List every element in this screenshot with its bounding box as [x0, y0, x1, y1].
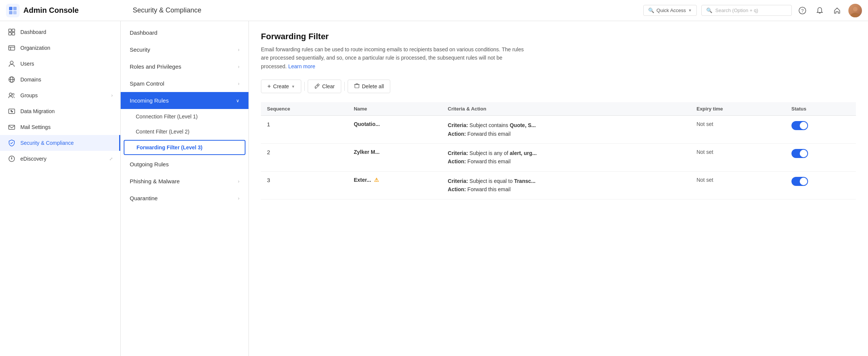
table-row: 3 Exter... ⚠ Criteria: Subject is equal …: [261, 171, 856, 199]
cell-criteria-2: Criteria: Subject is equal to Transc... …: [442, 171, 691, 199]
cell-criteria-0: Criteria: Subject contains Quote, S... A…: [442, 116, 691, 144]
search-box[interactable]: 🔍 Search (Option + q): [701, 5, 792, 16]
table-row: 1 Quotatio... Criteria: Subject contains…: [261, 116, 856, 144]
svg-text:?: ?: [801, 8, 804, 14]
menu-item-security[interactable]: Security ›: [121, 41, 248, 58]
header-icons: ?: [796, 4, 862, 17]
col-status: Status: [785, 102, 856, 116]
menu-item-spam-control[interactable]: Spam Control ›: [121, 75, 248, 92]
sidebar-item-security-compliance[interactable]: Security & Compliance: [0, 135, 120, 151]
users-icon: [8, 60, 16, 68]
notifications-button[interactable]: [814, 5, 826, 17]
toolbar: + Create ▼ Clear: [261, 80, 856, 93]
cell-sequence-2: 3: [261, 171, 348, 199]
sidebar-item-organization[interactable]: Organization: [0, 40, 120, 56]
security-chevron-icon: ›: [238, 47, 239, 52]
menu-item-outgoing-rules[interactable]: Outgoing Rules: [121, 156, 248, 173]
avatar-image: [848, 4, 862, 17]
col-name: Name: [348, 102, 442, 116]
menu-item-quarantine[interactable]: Quarantine ›: [121, 190, 248, 207]
sub-menu-item-forwarding-filter[interactable]: Forwarding Filter (Level 3): [124, 140, 245, 155]
status-toggle-2[interactable]: [791, 177, 808, 186]
cell-status-0[interactable]: [785, 116, 856, 144]
cell-status-2[interactable]: [785, 171, 856, 199]
cell-sequence-0: 1: [261, 116, 348, 144]
groups-chevron-icon: ›: [111, 93, 113, 98]
toolbar-separator-2: [344, 82, 345, 91]
status-toggle-1[interactable]: [791, 149, 808, 158]
ediscovery-icon: [8, 155, 16, 163]
svg-rect-0: [9, 7, 12, 10]
page-description: Email forwarding rules can be used to ro…: [261, 45, 525, 71]
svg-point-21: [12, 94, 14, 95]
groups-icon: [8, 91, 16, 100]
learn-more-link[interactable]: Learn more: [288, 63, 315, 69]
menu-item-roles-privileges[interactable]: Roles and Privileges ›: [121, 58, 248, 75]
svg-rect-12: [12, 32, 15, 35]
data-migration-icon: [8, 107, 16, 115]
warning-icon: ⚠: [374, 177, 379, 183]
col-criteria-action: Criteria & Action: [442, 102, 691, 116]
help-button[interactable]: ?: [796, 5, 808, 17]
roles-chevron-icon: ›: [238, 64, 239, 69]
sidebar-item-groups[interactable]: Groups ›: [0, 87, 120, 103]
col-expiry: Expiry time: [690, 102, 785, 116]
cell-criteria-1: Criteria: Subject is any of alert, urg..…: [442, 143, 691, 171]
quick-access-button[interactable]: 🔍 Quick Access ▼: [643, 5, 697, 16]
page-title: Forwarding Filter: [261, 32, 856, 41]
search-icon-small: 🔍: [648, 8, 654, 13]
incoming-chevron-icon: ∨: [236, 98, 239, 103]
svg-point-8: [853, 7, 857, 11]
create-button[interactable]: + Create ▼: [261, 80, 301, 93]
svg-rect-9: [9, 29, 11, 32]
cell-name-2: Exter... ⚠: [348, 171, 442, 199]
home-button[interactable]: [831, 5, 843, 17]
cell-expiry-1: Not set: [690, 143, 785, 171]
rules-table: Sequence Name Criteria & Action Expiry t…: [261, 102, 856, 199]
sidebar-item-mail-settings[interactable]: Mail Settings: [0, 119, 120, 135]
svg-rect-10: [12, 29, 15, 32]
security-compliance-icon: [8, 139, 16, 147]
chevron-down-icon: ▼: [688, 8, 692, 12]
svg-rect-1: [13, 7, 17, 10]
quarantine-chevron-icon: ›: [238, 196, 239, 201]
clear-button[interactable]: Clear: [308, 80, 341, 93]
dashboard-icon: [8, 28, 16, 36]
sidebar-item-domains[interactable]: Domains: [0, 72, 120, 87]
logo-area: Admin Console: [6, 4, 127, 17]
cell-name-0: Quotatio...: [348, 116, 442, 144]
top-header: Admin Console Security & Compliance 🔍 Qu…: [0, 0, 868, 21]
section-title-header: Security & Compliance: [133, 6, 201, 14]
avatar[interactable]: [848, 4, 862, 17]
svg-point-16: [10, 61, 13, 64]
sub-menu-item-content-filter[interactable]: Content Filter (Level 2): [121, 124, 248, 139]
sidebar-item-data-migration[interactable]: Data Migration: [0, 103, 120, 119]
sub-menu-item-connection-filter[interactable]: Connection Filter (Level 1): [121, 109, 248, 124]
svg-rect-11: [9, 32, 11, 35]
sidebar-item-users[interactable]: Users: [0, 56, 120, 72]
menu-item-dashboard[interactable]: Dashboard: [121, 24, 248, 41]
middle-menu: Dashboard Security › Roles and Privilege…: [121, 21, 249, 356]
cell-sequence-1: 2: [261, 143, 348, 171]
header-center: Security & Compliance 🔍 Quick Access ▼ 🔍…: [133, 4, 862, 17]
svg-rect-13: [9, 46, 15, 50]
cell-expiry-2: Not set: [690, 171, 785, 199]
delete-all-button[interactable]: Delete all: [348, 80, 390, 93]
plus-icon: +: [267, 83, 271, 90]
main-layout: Dashboard Organization Users: [0, 21, 868, 356]
status-toggle-0[interactable]: [791, 121, 808, 130]
domains-icon: [8, 75, 16, 84]
create-chevron-icon: ▼: [291, 84, 295, 89]
eraser-icon: [314, 83, 320, 90]
organization-icon: [8, 44, 16, 52]
cell-status-1[interactable]: [785, 143, 856, 171]
menu-item-incoming-rules[interactable]: Incoming Rules ∨: [121, 92, 248, 109]
sidebar-item-dashboard[interactable]: Dashboard: [0, 24, 120, 40]
menu-item-phishing-malware[interactable]: Phishing & Malware ›: [121, 173, 248, 190]
ediscovery-external-icon: ⤢: [109, 157, 113, 161]
svg-point-20: [9, 93, 12, 96]
svg-rect-2: [9, 11, 12, 14]
sidebar-item-ediscovery[interactable]: eDiscovery ⤢: [0, 151, 120, 167]
svg-rect-23: [9, 125, 15, 129]
phishing-chevron-icon: ›: [238, 179, 239, 184]
